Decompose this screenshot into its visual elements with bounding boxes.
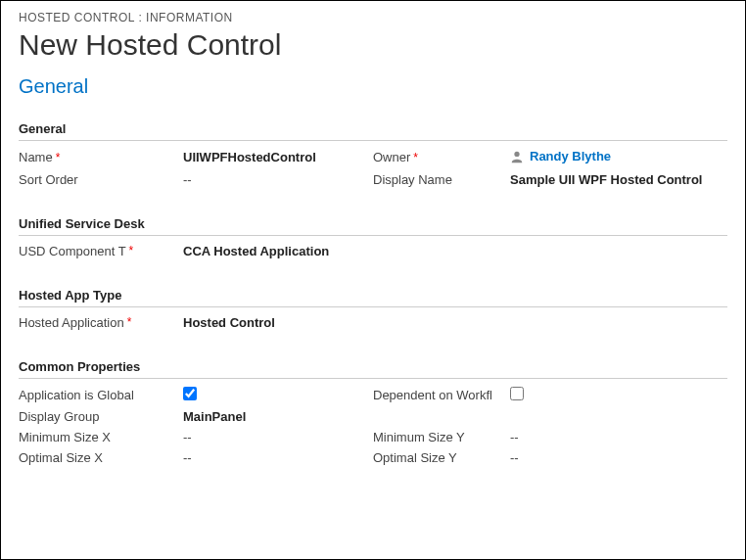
required-icon: * <box>413 151 418 164</box>
name-label-text: Name <box>19 150 53 164</box>
min-x-field[interactable]: -- <box>183 430 373 444</box>
owner-value: Randy Blythe <box>530 149 611 163</box>
owner-label-text: Owner <box>373 150 410 164</box>
hosted-application-label-text: Hosted Application <box>19 315 124 330</box>
display-group-label: Display Group <box>19 409 183 424</box>
dependent-checkbox[interactable] <box>510 387 524 400</box>
display-name-field[interactable]: Sample UII WPF Hosted Control <box>510 172 727 187</box>
section-header-usd: Unified Service Desk <box>19 210 727 236</box>
owner-label: Owner * <box>373 150 510 164</box>
required-icon: * <box>56 151 61 164</box>
usd-component-field[interactable]: CCA Hosted Application <box>183 244 373 258</box>
required-icon: * <box>129 244 134 257</box>
name-label: Name * <box>19 150 183 164</box>
opt-x-label: Optimal Size X <box>19 450 183 465</box>
section-header-common: Common Properties <box>19 353 727 379</box>
section-header-hosted-app: Hosted App Type <box>19 282 727 307</box>
dependent-field[interactable] <box>510 387 727 403</box>
section-header-general: General <box>19 116 727 141</box>
owner-field[interactable]: Randy Blythe <box>510 149 727 166</box>
opt-x-field[interactable]: -- <box>183 450 373 465</box>
sort-order-label: Sort Order <box>19 172 183 187</box>
svg-point-0 <box>514 151 519 156</box>
section-hosted-app: Hosted App Type Hosted Application * Hos… <box>19 282 727 330</box>
page-title: New Hosted Control <box>19 28 727 62</box>
sort-order-field[interactable]: -- <box>183 172 373 187</box>
min-x-label: Minimum Size X <box>19 430 183 444</box>
dependent-label: Dependent on Workfl <box>373 388 510 402</box>
usd-component-label-text: USD Component T <box>19 244 126 258</box>
app-global-field[interactable] <box>183 387 373 403</box>
opt-y-label: Optimal Size Y <box>373 450 510 465</box>
min-y-field[interactable]: -- <box>510 430 727 444</box>
hosted-application-field[interactable]: Hosted Control <box>183 315 373 330</box>
display-group-field[interactable]: MainPanel <box>183 409 373 424</box>
opt-y-field[interactable]: -- <box>510 450 727 465</box>
section-common: Common Properties Application is Global … <box>19 353 727 465</box>
usd-component-label: USD Component T * <box>19 244 183 258</box>
section-usd: Unified Service Desk USD Component T * C… <box>19 210 727 258</box>
required-icon: * <box>127 315 132 329</box>
app-global-checkbox[interactable] <box>183 387 197 400</box>
tab-general[interactable]: General <box>19 75 727 98</box>
app-global-label: Application is Global <box>19 388 183 402</box>
display-name-label: Display Name <box>373 172 510 187</box>
breadcrumb: HOSTED CONTROL : INFORMATION <box>19 11 727 24</box>
hosted-application-label: Hosted Application * <box>19 315 183 330</box>
min-y-label: Minimum Size Y <box>373 430 510 444</box>
section-general: General Name * UIIWPFHostedControl Owner… <box>19 116 727 187</box>
name-field[interactable]: UIIWPFHostedControl <box>183 150 373 164</box>
person-icon <box>510 150 524 163</box>
